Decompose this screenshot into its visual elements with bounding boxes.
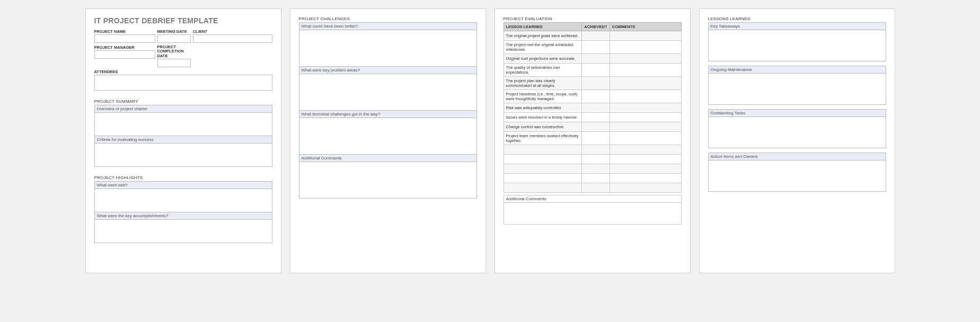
input-meeting-date[interactable] xyxy=(157,34,191,43)
subhead-criteria: Criteria for evaluating success xyxy=(94,136,272,143)
cell-achieved[interactable] xyxy=(582,132,610,145)
label-client: CLIENT xyxy=(193,29,272,34)
document-title: IT PROJECT DEBRIEF TEMPLATE xyxy=(94,16,272,25)
subhead-q3: What technical challenges got in the way… xyxy=(299,111,477,118)
table-row: Issues were resolved in a timely manner. xyxy=(504,113,681,122)
table-row: The project plan was clearly communicate… xyxy=(504,77,681,90)
input-overview[interactable] xyxy=(94,112,272,136)
table-row xyxy=(504,155,681,164)
subhead-q4: Additional Comments xyxy=(299,155,477,162)
subhead-overview: Overview of project charter xyxy=(94,105,272,112)
cell-comments[interactable] xyxy=(610,122,681,132)
cell-lesson xyxy=(504,145,582,155)
cell-comments[interactable] xyxy=(610,174,681,183)
input-client[interactable] xyxy=(193,34,272,43)
cell-comments[interactable] xyxy=(610,164,681,174)
table-row xyxy=(504,164,681,174)
input-q4[interactable] xyxy=(299,162,477,199)
table-row: Project team members worked effectively … xyxy=(504,132,681,145)
input-q3[interactable] xyxy=(299,118,477,155)
table-row: The original project goals were achieved… xyxy=(504,31,681,41)
cell-achieved[interactable] xyxy=(582,164,610,174)
cell-achieved[interactable] xyxy=(582,64,610,77)
cell-lesson xyxy=(504,183,582,193)
cell-lesson xyxy=(504,155,582,164)
cell-comments[interactable] xyxy=(610,41,681,54)
cell-lesson: Project baselines (i.e., time, scope, co… xyxy=(504,90,582,103)
subhead-key-takeaways: Key Takeaways xyxy=(708,22,886,30)
input-key-takeaways[interactable] xyxy=(708,30,886,61)
cell-comments[interactable] xyxy=(610,31,681,41)
subhead-went-well: What went well? xyxy=(94,181,272,189)
input-additional-comments[interactable] xyxy=(504,202,682,225)
cell-comments[interactable] xyxy=(610,183,681,193)
cell-achieved[interactable] xyxy=(582,145,610,155)
page-4: LESSONS LEARNED Key Takeaways Ongoing Ma… xyxy=(699,8,895,273)
cell-achieved[interactable] xyxy=(582,174,610,183)
cell-achieved[interactable] xyxy=(582,113,610,122)
table-row: Original cost projections were accurate. xyxy=(504,54,681,64)
cell-comments[interactable] xyxy=(610,77,681,90)
subhead-ongoing-maintenance: Ongoing Maintenance xyxy=(708,66,886,73)
cell-lesson: Original cost projections were accurate. xyxy=(504,54,582,64)
subhead-accomplishments: What were the key accomplishments? xyxy=(94,212,272,219)
cell-lesson: Project team members worked effectively … xyxy=(504,132,582,145)
page-3: PROJECT EVALUATION LESSON LEARNED ACHIEV… xyxy=(495,8,691,273)
cell-achieved[interactable] xyxy=(582,103,610,113)
table-row xyxy=(504,145,681,155)
input-attendees[interactable] xyxy=(94,75,272,91)
cell-achieved[interactable] xyxy=(582,77,610,90)
cell-achieved[interactable] xyxy=(582,122,610,132)
table-row: The project met the original scheduled m… xyxy=(504,41,681,54)
cell-achieved[interactable] xyxy=(582,155,610,164)
cell-achieved[interactable] xyxy=(582,183,610,193)
cell-lesson xyxy=(504,164,582,174)
input-project-manager[interactable] xyxy=(94,50,155,59)
cell-lesson xyxy=(504,174,582,183)
subhead-additional-comments: Additional Comments xyxy=(504,195,682,202)
cell-comments[interactable] xyxy=(610,54,681,64)
cell-lesson: The project met the original scheduled m… xyxy=(504,41,582,54)
input-action-items[interactable] xyxy=(708,160,886,192)
cell-comments[interactable] xyxy=(610,155,681,164)
heading-project-evaluation: PROJECT EVALUATION xyxy=(504,16,682,21)
heading-project-highlights: PROJECT HIGHLIGHTS xyxy=(94,175,272,180)
cell-lesson: The quality of deliverables met expectat… xyxy=(504,64,582,77)
cell-comments[interactable] xyxy=(610,90,681,103)
label-project-manager: PROJECT MANAGER xyxy=(94,45,155,50)
col-comments: COMMENTS xyxy=(610,23,681,31)
table-row: The quality of deliverables met expectat… xyxy=(504,64,681,77)
page-1: IT PROJECT DEBRIEF TEMPLATE PROJECT NAME… xyxy=(85,8,281,273)
input-q2[interactable] xyxy=(299,74,477,111)
input-q1[interactable] xyxy=(299,30,477,67)
subhead-q2: What were key problem areas? xyxy=(299,67,477,74)
input-criteria[interactable] xyxy=(94,143,272,167)
cell-comments[interactable] xyxy=(610,103,681,113)
input-project-name[interactable] xyxy=(94,34,155,43)
input-completion-date[interactable] xyxy=(157,59,191,67)
cell-achieved[interactable] xyxy=(582,90,610,103)
cell-comments[interactable] xyxy=(610,132,681,145)
heading-lessons-learned: LESSONS LEARNED xyxy=(708,16,886,21)
table-row xyxy=(504,174,681,183)
cell-achieved[interactable] xyxy=(582,54,610,64)
subhead-q1: What could have been better? xyxy=(299,22,477,30)
input-accomplishments[interactable] xyxy=(94,219,272,243)
input-outstanding-tasks[interactable] xyxy=(708,117,886,148)
cell-achieved[interactable] xyxy=(582,41,610,54)
input-ongoing-maintenance[interactable] xyxy=(708,73,886,105)
cell-lesson: Issues were resolved in a timely manner. xyxy=(504,113,582,122)
cell-achieved[interactable] xyxy=(582,31,610,41)
col-lesson: LESSON LEARNED xyxy=(504,23,582,31)
input-went-well[interactable] xyxy=(94,189,272,212)
cell-lesson: The original project goals were achieved… xyxy=(504,31,582,41)
heading-project-challenges: PROJECT CHALLENGES xyxy=(299,16,477,21)
subhead-action-items: Action Items and Owners xyxy=(708,153,886,160)
evaluation-table: LESSON LEARNED ACHIEVED? COMMENTS The or… xyxy=(504,22,682,193)
label-project-name: PROJECT NAME xyxy=(94,29,155,34)
cell-lesson: Risk was adequately controlled. xyxy=(504,103,582,113)
cell-comments[interactable] xyxy=(610,113,681,122)
cell-comments[interactable] xyxy=(610,145,681,155)
table-row: Project baselines (i.e., time, scope, co… xyxy=(504,90,681,103)
cell-comments[interactable] xyxy=(610,64,681,77)
